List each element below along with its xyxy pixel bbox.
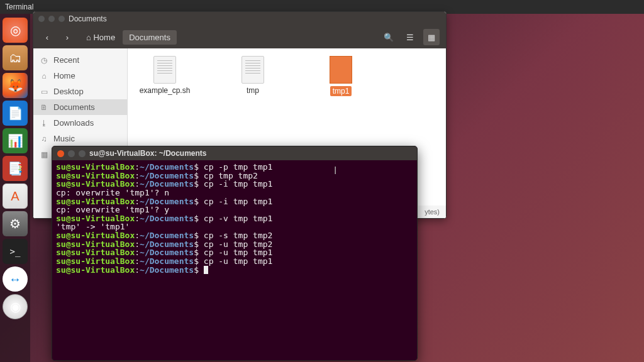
close-icon[interactable] <box>38 16 45 22</box>
place-icon: 🗎 <box>40 103 48 112</box>
sidebar-item-music[interactable]: ♫Music <box>33 131 127 146</box>
terminal-output[interactable]: su@su-VirtualBox:~/Documents$ cp -p tmp … <box>52 160 417 360</box>
launcher-disc[interactable]: ◉ <box>3 294 28 319</box>
launcher-files[interactable]: 🗂 <box>3 45 28 70</box>
launcher-impress[interactable]: 📑 <box>3 156 28 181</box>
sidebar-item-label: Desktop <box>53 87 84 96</box>
minimize-icon[interactable] <box>68 150 75 157</box>
status-bar: ytes) <box>418 206 446 218</box>
active-app-title: Terminal <box>5 3 33 11</box>
launcher-settings[interactable]: ⚙ <box>3 211 28 236</box>
launcher-tv[interactable]: ↔ <box>3 266 28 292</box>
file-label: example_cp.sh <box>140 86 191 95</box>
file-label: tmp <box>247 86 259 95</box>
launcher-dash[interactable]: ◎ <box>3 18 28 43</box>
home-icon: ⌂ <box>86 33 91 42</box>
terminal-titlebar[interactable]: su@su-VirtualBox: ~/Documents <box>52 146 417 160</box>
file-item[interactable]: tmp <box>225 56 281 95</box>
path-bar: ⌂ HomeDocuments <box>80 30 177 45</box>
file-icon <box>330 56 352 84</box>
sidebar-item-label: Documents <box>53 102 95 112</box>
list-view-icon[interactable]: ☰ <box>402 29 418 45</box>
place-icon: ♫ <box>40 134 48 143</box>
place-icon: ▦ <box>40 150 48 159</box>
minimize-icon[interactable] <box>48 16 55 22</box>
path-segment[interactable]: Documents <box>123 30 177 45</box>
launcher-writer[interactable]: 📄 <box>3 101 28 126</box>
file-label: tmp1 <box>330 86 352 96</box>
search-icon[interactable]: 🔍 <box>380 29 397 45</box>
sidebar-item-label: Music <box>53 134 75 143</box>
file-icon <box>153 56 176 84</box>
maximize-icon[interactable] <box>58 16 65 22</box>
sidebar-item-label: Downloads <box>53 118 94 128</box>
launcher-firefox[interactable]: 🦊 <box>3 73 28 98</box>
back-button[interactable]: ‹ <box>40 30 55 45</box>
place-icon: ▭ <box>40 87 48 96</box>
sidebar-item-documents[interactable]: 🗎Documents <box>33 99 127 115</box>
maximize-icon[interactable] <box>79 150 86 157</box>
terminal-title: su@su-VirtualBox: ~/Documents <box>89 149 207 158</box>
grid-view-icon[interactable]: ▦ <box>423 29 440 45</box>
sidebar-item-recent[interactable]: ◷Recent <box>33 52 127 68</box>
sidebar-item-label: Recent <box>53 55 79 65</box>
place-icon: ⌂ <box>40 72 48 80</box>
sidebar-item-home[interactable]: ⌂Home <box>33 68 127 84</box>
launcher-software[interactable]: A <box>3 184 28 209</box>
file-item[interactable]: example_cp.sh <box>136 56 193 95</box>
sidebar-item-desktop[interactable]: ▭Desktop <box>33 84 127 99</box>
launcher: ◎🗂🦊📄📊📑A⚙>_↔◉ <box>0 14 30 362</box>
launcher-calc[interactable]: 📊 <box>3 128 28 153</box>
window-titlebar[interactable]: Documents <box>33 12 446 26</box>
terminal-window: su@su-VirtualBox: ~/Documents su@su-Virt… <box>52 146 418 361</box>
sidebar-item-downloads[interactable]: ⭳Downloads <box>33 115 127 131</box>
path-segment[interactable]: ⌂ Home <box>80 30 121 45</box>
place-icon: ⭳ <box>40 119 48 128</box>
window-title: Documents <box>69 14 107 23</box>
file-item[interactable]: tmp1 <box>313 56 369 96</box>
launcher-term[interactable]: >_ <box>3 239 28 264</box>
close-icon[interactable] <box>57 150 64 157</box>
files-toolbar: ‹ › ⌂ HomeDocuments 🔍 ☰ ▦ <box>33 26 446 48</box>
forward-button[interactable]: › <box>60 30 75 45</box>
place-icon: ◷ <box>40 56 48 65</box>
file-icon <box>242 56 264 84</box>
sidebar-item-label: Home <box>53 71 75 80</box>
